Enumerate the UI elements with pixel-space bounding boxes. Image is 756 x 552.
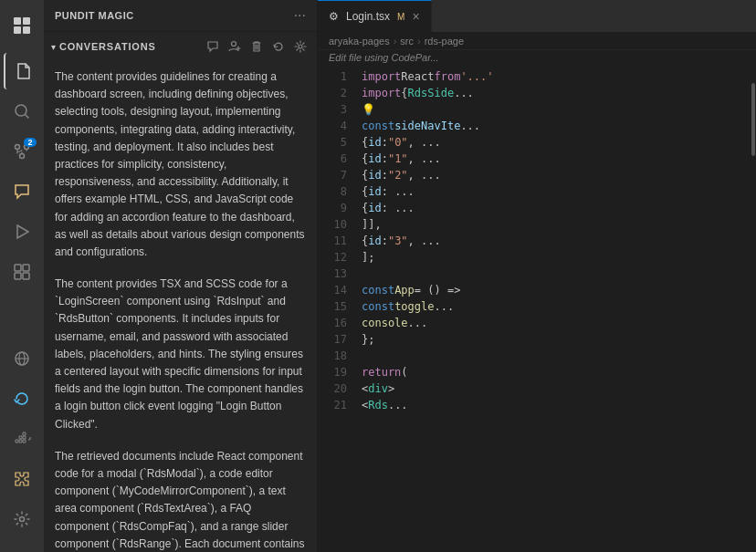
conversations-header: ▾ CONVERSATIONS	[44, 32, 317, 61]
tab-login-tsx[interactable]: ⚙ Login.tsx M ×	[318, 0, 432, 32]
code-line: { id: "1", ...	[362, 151, 751, 167]
code-line: import React from '...'	[362, 68, 751, 85]
editor-breadcrumb: aryaka-pages › src › rds-page	[318, 33, 756, 50]
svg-point-15	[20, 517, 25, 522]
code-line: ];	[362, 249, 751, 266]
sidebar-more-button[interactable]: ···	[294, 7, 306, 24]
source-control-icon[interactable]: 2	[4, 133, 40, 170]
settings-action[interactable]	[291, 37, 310, 56]
search-icon[interactable]	[4, 93, 40, 130]
editor-scrollbar-thumb[interactable]	[751, 83, 755, 156]
editor-body: 123456789101112131415161718192021 import…	[318, 65, 756, 552]
delete-action[interactable]	[247, 37, 266, 56]
app-name: PUNDIT MAGIC	[55, 10, 134, 21]
code-content[interactable]: import React from '...'import { RdsSide.…	[358, 65, 751, 552]
code-line: const App = () =>	[362, 282, 751, 298]
tab-close-button[interactable]: ×	[412, 10, 419, 23]
svg-point-16	[232, 42, 236, 47]
code-line: { id: "2", ...	[362, 167, 751, 183]
conversations-label: CONVERSATIONS	[59, 41, 200, 52]
conversation-paragraph-3: The retrieved documents include React co…	[55, 448, 306, 552]
code-line: const toggle...	[362, 298, 751, 315]
svg-rect-10	[23, 265, 29, 271]
tab-filename: Login.tsx	[346, 10, 390, 23]
svg-rect-3	[23, 26, 30, 34]
code-line: { id: "3", ...	[362, 233, 751, 249]
chat-icon[interactable]	[4, 173, 40, 210]
run-debug-icon[interactable]	[4, 214, 40, 250]
breadcrumb-part-2[interactable]: src	[400, 36, 414, 47]
code-line: ]],	[362, 216, 751, 233]
code-line: };	[362, 331, 751, 348]
code-line: const sideNavIte...	[362, 118, 751, 134]
breadcrumb-sep-1: ›	[394, 36, 397, 47]
svg-point-5	[16, 145, 20, 150]
sync-icon[interactable]	[4, 380, 40, 417]
code-line: import { RdsSide...	[362, 85, 751, 101]
breadcrumb-part-3[interactable]: rds-page	[425, 36, 464, 47]
editor-hint: Edit file using CodePar...	[318, 50, 756, 65]
code-line: { id: ...	[362, 183, 751, 200]
extensions-icon[interactable]	[4, 254, 40, 290]
code-line: { id: "0", ...	[362, 134, 751, 151]
editor-panel: ⚙ Login.tsx M × aryaka-pages › src › rds…	[318, 0, 756, 552]
activity-bar: 2	[0, 0, 44, 552]
tab-modified-indicator: M	[397, 12, 404, 22]
code-line: return (	[362, 364, 751, 380]
svg-rect-2	[14, 26, 21, 34]
new-chat-action[interactable]	[204, 37, 222, 56]
code-line	[362, 266, 751, 282]
code-line: <Rds...	[362, 397, 751, 413]
activity-bar-top: 2	[4, 7, 40, 337]
source-control-badge: 2	[24, 138, 37, 147]
files-icon[interactable]	[4, 53, 40, 89]
svg-marker-8	[17, 225, 28, 238]
editor-tabs: ⚙ Login.tsx M ×	[318, 0, 756, 33]
tab-gear-icon: ⚙	[329, 10, 339, 23]
settings-icon[interactable]	[4, 501, 40, 537]
breadcrumb-sep-2: ›	[417, 36, 421, 47]
remote-icon[interactable]	[4, 340, 40, 377]
conversation-paragraph-1: The content provides guidelines for crea…	[55, 68, 306, 261]
svg-rect-12	[23, 273, 29, 279]
svg-point-17	[299, 45, 302, 48]
activity-bar-bottom	[4, 340, 40, 537]
sidebar: PUNDIT MAGIC ··· ▾ CONVERSATIONS	[44, 0, 318, 552]
code-line: 💡	[362, 101, 751, 118]
svg-rect-9	[15, 265, 21, 271]
line-numbers: 123456789101112131415161718192021	[318, 65, 358, 552]
breadcrumb-part-1[interactable]: aryaka-pages	[329, 36, 390, 47]
conversations-actions	[204, 37, 310, 56]
refresh-action[interactable]	[269, 37, 288, 56]
svg-rect-1	[23, 17, 30, 25]
conversations-toggle[interactable]: ▾	[51, 42, 56, 52]
conversation-paragraph-2: The content provides TSX and SCSS code f…	[55, 276, 306, 433]
svg-rect-11	[15, 273, 21, 279]
add-user-action[interactable]	[226, 37, 244, 56]
svg-point-4	[16, 105, 26, 116]
code-line: { id: ...	[362, 200, 751, 216]
code-line: console...	[362, 315, 751, 331]
sidebar-title-bar: PUNDIT MAGIC ···	[44, 0, 317, 32]
conversations-content: The content provides guidelines for crea…	[44, 61, 317, 552]
docker-icon[interactable]	[4, 421, 40, 457]
code-line	[362, 348, 751, 364]
editor-scrollbar[interactable]	[751, 65, 756, 552]
app-logo-icon[interactable]	[4, 7, 40, 44]
svg-point-7	[20, 154, 25, 159]
puzzle-icon[interactable]	[4, 461, 40, 497]
svg-rect-0	[14, 17, 21, 25]
code-line: <div>	[362, 380, 751, 397]
